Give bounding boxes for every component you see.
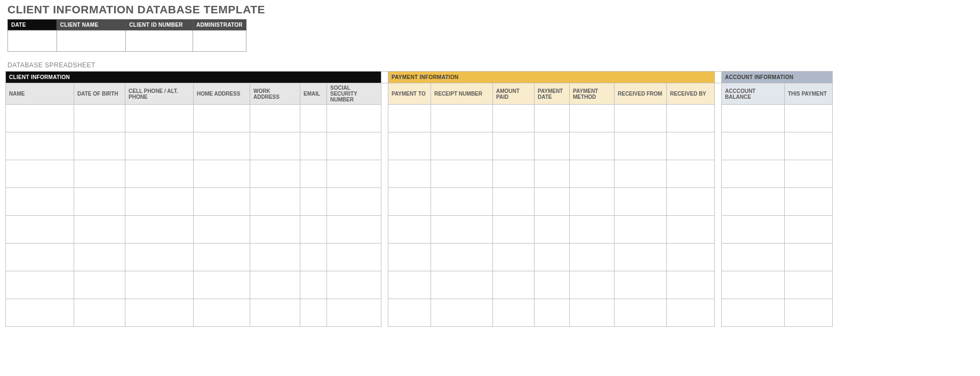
cell[interactable] xyxy=(570,299,615,327)
cell[interactable] xyxy=(493,160,535,188)
cell[interactable] xyxy=(431,271,493,299)
cell[interactable] xyxy=(785,105,833,132)
cell[interactable] xyxy=(722,160,785,188)
cell[interactable] xyxy=(722,105,785,132)
cell[interactable] xyxy=(722,216,785,244)
cell[interactable] xyxy=(388,160,431,188)
cell[interactable] xyxy=(327,244,381,271)
cell[interactable] xyxy=(722,271,785,299)
cell[interactable] xyxy=(388,132,431,160)
cell[interactable] xyxy=(785,216,833,244)
cell[interactable] xyxy=(493,132,535,160)
cell[interactable] xyxy=(250,188,300,216)
cell[interactable] xyxy=(327,188,381,216)
cell[interactable] xyxy=(250,132,300,160)
cell[interactable] xyxy=(300,299,327,327)
cell[interactable] xyxy=(194,132,250,160)
cell[interactable] xyxy=(615,216,667,244)
cell[interactable] xyxy=(125,299,194,327)
cell[interactable] xyxy=(535,105,570,132)
cell[interactable] xyxy=(74,271,125,299)
cell[interactable] xyxy=(194,105,250,132)
cell[interactable] xyxy=(667,299,715,327)
cell[interactable] xyxy=(300,132,327,160)
cell[interactable] xyxy=(722,188,785,216)
cell[interactable] xyxy=(300,216,327,244)
cell[interactable] xyxy=(667,188,715,216)
cell[interactable] xyxy=(493,105,535,132)
cell[interactable] xyxy=(493,271,535,299)
cell[interactable] xyxy=(327,216,381,244)
cell[interactable] xyxy=(300,188,327,216)
cell[interactable] xyxy=(388,188,431,216)
cell[interactable] xyxy=(431,105,493,132)
cell[interactable] xyxy=(431,160,493,188)
cell[interactable] xyxy=(6,244,74,271)
cell[interactable] xyxy=(570,105,615,132)
meta-cell-administrator[interactable] xyxy=(193,30,246,52)
cell[interactable] xyxy=(570,244,615,271)
cell[interactable] xyxy=(250,160,300,188)
cell[interactable] xyxy=(570,160,615,188)
cell[interactable] xyxy=(327,299,381,327)
cell[interactable] xyxy=(615,105,667,132)
cell[interactable] xyxy=(388,271,431,299)
cell[interactable] xyxy=(6,188,74,216)
cell[interactable] xyxy=(6,216,74,244)
cell[interactable] xyxy=(300,105,327,132)
cell[interactable] xyxy=(300,160,327,188)
cell[interactable] xyxy=(785,160,833,188)
cell[interactable] xyxy=(493,244,535,271)
cell[interactable] xyxy=(327,271,381,299)
cell[interactable] xyxy=(570,132,615,160)
cell[interactable] xyxy=(785,271,833,299)
cell[interactable] xyxy=(194,299,250,327)
cell[interactable] xyxy=(570,271,615,299)
cell[interactable] xyxy=(250,216,300,244)
cell[interactable] xyxy=(785,132,833,160)
cell[interactable] xyxy=(535,160,570,188)
cell[interactable] xyxy=(250,105,300,132)
cell[interactable] xyxy=(6,105,74,132)
cell[interactable] xyxy=(74,160,125,188)
cell[interactable] xyxy=(388,244,431,271)
cell[interactable] xyxy=(300,244,327,271)
cell[interactable] xyxy=(570,188,615,216)
cell[interactable] xyxy=(6,271,74,299)
cell[interactable] xyxy=(722,132,785,160)
cell[interactable] xyxy=(667,160,715,188)
cell[interactable] xyxy=(194,160,250,188)
meta-cell-client-name[interactable] xyxy=(57,30,126,52)
cell[interactable] xyxy=(300,271,327,299)
cell[interactable] xyxy=(74,299,125,327)
cell[interactable] xyxy=(125,244,194,271)
cell[interactable] xyxy=(125,105,194,132)
cell[interactable] xyxy=(194,216,250,244)
cell[interactable] xyxy=(74,244,125,271)
cell[interactable] xyxy=(327,160,381,188)
cell[interactable] xyxy=(431,299,493,327)
cell[interactable] xyxy=(431,244,493,271)
cell[interactable] xyxy=(722,299,785,327)
cell[interactable] xyxy=(667,105,715,132)
cell[interactable] xyxy=(615,132,667,160)
cell[interactable] xyxy=(535,244,570,271)
cell[interactable] xyxy=(194,244,250,271)
cell[interactable] xyxy=(667,216,715,244)
cell[interactable] xyxy=(327,105,381,132)
cell[interactable] xyxy=(388,216,431,244)
cell[interactable] xyxy=(431,188,493,216)
cell[interactable] xyxy=(615,299,667,327)
cell[interactable] xyxy=(250,244,300,271)
cell[interactable] xyxy=(615,244,667,271)
cell[interactable] xyxy=(388,299,431,327)
cell[interactable] xyxy=(615,271,667,299)
cell[interactable] xyxy=(493,299,535,327)
cell[interactable] xyxy=(194,271,250,299)
cell[interactable] xyxy=(74,188,125,216)
cell[interactable] xyxy=(74,132,125,160)
cell[interactable] xyxy=(667,132,715,160)
cell[interactable] xyxy=(125,271,194,299)
cell[interactable] xyxy=(785,299,833,327)
meta-cell-date[interactable] xyxy=(8,30,57,52)
